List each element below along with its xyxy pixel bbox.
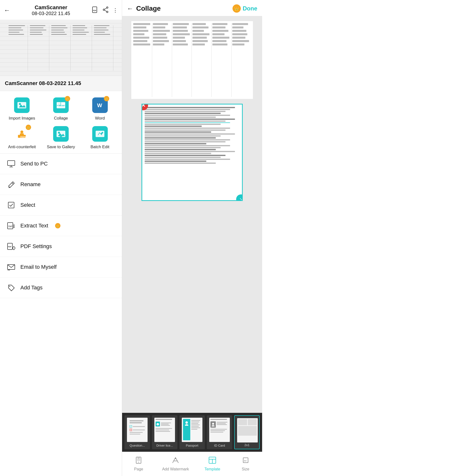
toolbar-template[interactable]: Template bbox=[203, 457, 222, 471]
svg-text:ME: ME bbox=[8, 269, 10, 270]
svg-point-38 bbox=[13, 247, 15, 249]
checkbox-icon bbox=[7, 201, 15, 209]
send-to-pc-label: Send to PC bbox=[20, 161, 48, 167]
save-gallery-icon-bg bbox=[53, 126, 69, 142]
2x1-label: 2x1 bbox=[245, 443, 249, 447]
svg-point-20 bbox=[20, 131, 23, 134]
action-import-images[interactable]: Import Images bbox=[5, 97, 39, 121]
add-tags-label: Add Tags bbox=[20, 284, 43, 291]
svg-text:stamp: stamp bbox=[20, 135, 27, 138]
questionnaire-thumb: ✓ ✕ bbox=[127, 418, 148, 442]
doc-date: 08-03-2022 11.45 bbox=[13, 11, 89, 16]
svg-text:PDF: PDF bbox=[8, 246, 12, 248]
rename-label: Rename bbox=[20, 181, 41, 188]
template-driver-license[interactable]: Driver lice... bbox=[152, 415, 177, 449]
svg-text:A4: A4 bbox=[244, 460, 247, 462]
page-label: Page bbox=[134, 467, 143, 471]
action-anti-counterfeit[interactable]: stamp 👑 Anti-counterfeit bbox=[5, 126, 39, 149]
more-options-icon[interactable]: ⋮ bbox=[113, 7, 118, 14]
menu-rename[interactable]: Rename bbox=[0, 174, 122, 195]
tag-icon bbox=[7, 283, 15, 292]
action-word[interactable]: W 👑 Word bbox=[83, 97, 117, 121]
header-title: CamScanner 08-03-2022 11.45 bbox=[13, 4, 89, 16]
svg-point-24 bbox=[58, 132, 60, 134]
word-crown-badge: 👑 bbox=[104, 96, 109, 101]
template-2x1[interactable]: 2x1 bbox=[234, 415, 260, 449]
document-preview bbox=[0, 20, 122, 76]
svg-rect-19 bbox=[20, 134, 24, 135]
anti-counterfeit-label: Anti-counterfeit bbox=[8, 145, 36, 149]
template-passport[interactable]: Passport bbox=[179, 415, 205, 449]
pdf-settings-label: PDF Settings bbox=[20, 243, 52, 250]
collage-back-button[interactable]: ← bbox=[127, 5, 133, 12]
svg-text:PDF: PDF bbox=[93, 10, 97, 12]
svg-text:W: W bbox=[97, 102, 102, 108]
menu-send-to-pc[interactable]: Send to PC bbox=[0, 154, 122, 174]
right-header: ← Collage 👑 Done bbox=[122, 0, 262, 16]
share-icon[interactable] bbox=[102, 7, 109, 14]
bottom-toolbar: Page Add Watermark Templat bbox=[122, 452, 262, 476]
menu-pdf-settings[interactable]: PDF PDF Settings bbox=[0, 236, 122, 257]
done-button-wrap: 👑 Done bbox=[233, 4, 257, 13]
premium-crown-icon: 👑 bbox=[233, 4, 241, 13]
svg-rect-15 bbox=[57, 106, 65, 108]
svg-rect-14 bbox=[61, 102, 65, 105]
extract-text-label: Extract Text bbox=[20, 223, 48, 229]
action-save-to-gallery[interactable]: Save to Gallery bbox=[44, 126, 78, 149]
done-button[interactable]: Done bbox=[243, 5, 257, 12]
left-panel: ← CamScanner 08-03-2022 11.45 PDF bbox=[0, 0, 122, 476]
action-batch-edit[interactable]: Batch Edit bbox=[83, 126, 117, 149]
driver-license-thumb bbox=[154, 418, 175, 442]
menu-extract-text[interactable]: TXT Extract Text 👑 bbox=[0, 216, 122, 236]
toolbar-size[interactable]: A4 Size bbox=[236, 457, 255, 471]
svg-point-43 bbox=[9, 286, 10, 287]
passport-thumb bbox=[182, 418, 202, 442]
size-icon: A4 bbox=[242, 457, 249, 465]
action-grid: Import Images 👑 Collage bbox=[0, 91, 122, 154]
collage-title: Collage bbox=[136, 5, 230, 12]
collage-top-document bbox=[131, 21, 253, 99]
svg-rect-7 bbox=[17, 102, 26, 108]
import-images-icon-bg bbox=[14, 98, 30, 113]
toolbar-add-watermark[interactable]: Add Watermark bbox=[162, 457, 189, 471]
email-to-myself-label: Email to Myself bbox=[20, 264, 57, 270]
action-collage[interactable]: 👑 Collage bbox=[44, 97, 78, 121]
anti-counterfeit-crown-badge: 👑 bbox=[26, 125, 31, 130]
collage-canvas: ✕ ↘ bbox=[122, 16, 262, 413]
svg-rect-13 bbox=[57, 102, 60, 105]
svg-point-44 bbox=[186, 421, 188, 424]
collage-label: Collage bbox=[54, 116, 68, 121]
document-title: CamScanner 08-03-2022 11.45 bbox=[0, 76, 122, 91]
pdf-icon[interactable]: PDF bbox=[92, 6, 99, 15]
svg-point-3 bbox=[106, 11, 108, 13]
add-watermark-label: Add Watermark bbox=[162, 467, 189, 471]
extract-text-crown: 👑 bbox=[55, 223, 60, 228]
import-images-label: Import Images bbox=[9, 116, 35, 121]
menu-add-tags[interactable]: Add Tags bbox=[0, 278, 122, 298]
svg-text:TXT: TXT bbox=[8, 225, 13, 228]
svg-rect-49 bbox=[138, 457, 139, 458]
email-icon: ME bbox=[7, 263, 15, 271]
template-id-card[interactable]: ID Card bbox=[207, 415, 232, 449]
svg-rect-26 bbox=[8, 161, 15, 165]
menu-list: Send to PC Rename Select bbox=[0, 154, 122, 476]
svg-point-2 bbox=[106, 7, 108, 8]
toolbar-page[interactable]: Page bbox=[129, 457, 148, 471]
menu-email-to-myself[interactable]: ME Email to Myself bbox=[0, 257, 122, 278]
left-header: ← CamScanner 08-03-2022 11.45 PDF bbox=[0, 0, 122, 20]
pdf-settings-icon: PDF bbox=[7, 242, 15, 251]
svg-point-4 bbox=[103, 9, 105, 11]
passport-label: Passport bbox=[186, 444, 198, 447]
word-label: Word bbox=[95, 116, 105, 121]
template-icon bbox=[209, 457, 216, 465]
watermark-icon bbox=[172, 457, 179, 465]
svg-line-5 bbox=[105, 8, 106, 9]
select-label: Select bbox=[20, 202, 35, 208]
svg-point-45 bbox=[212, 423, 214, 425]
back-button[interactable]: ← bbox=[4, 7, 10, 14]
svg-point-51 bbox=[175, 458, 176, 459]
selected-document[interactable]: ✕ ↘ bbox=[141, 104, 243, 201]
menu-select[interactable]: Select bbox=[0, 195, 122, 216]
txt-icon: TXT bbox=[7, 221, 15, 230]
template-questionnaire[interactable]: ✓ ✕ Question... bbox=[125, 415, 150, 449]
